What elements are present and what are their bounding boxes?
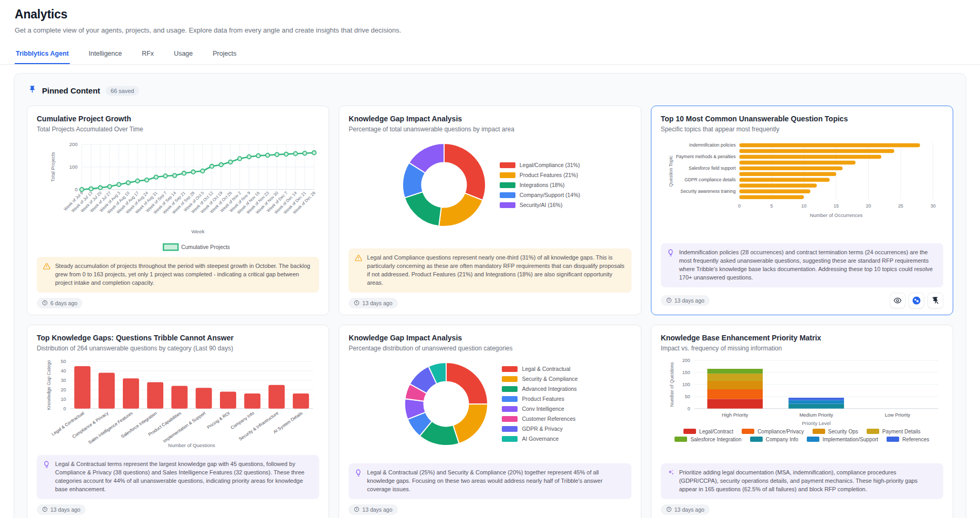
legend-swatch — [867, 429, 879, 434]
svg-text:20: 20 — [866, 203, 871, 209]
card-title: Top Knowledge Gaps: Questions Tribble Ca… — [37, 334, 319, 342]
legend-item: References — [887, 437, 929, 442]
card-top-knowledge-gaps[interactable]: Top Knowledge Gaps: Questions Tribble Ca… — [27, 325, 329, 518]
svg-text:0: 0 — [738, 203, 741, 209]
page-header: Analytics Get a complete view of your ag… — [0, 0, 980, 34]
tab-intelligence[interactable]: Intelligence — [88, 46, 123, 64]
card-cumulative-project-growth[interactable]: Cumulative Project Growth Total Projects… — [27, 106, 329, 315]
eye-icon — [893, 296, 902, 305]
svg-text:25: 25 — [898, 203, 903, 209]
legend-item: Integrations (18%) — [500, 182, 581, 188]
legend-label: Security Ops — [828, 429, 858, 434]
insight-box: Legal and Compliance questions represent… — [349, 248, 631, 293]
lightbulb-icon — [43, 461, 50, 494]
svg-text:Cumulative Projects: Cumulative Projects — [181, 244, 230, 250]
legend-swatch — [807, 437, 819, 442]
timestamp-badge: 13 days ago — [349, 298, 397, 308]
svg-text:Indemnification policies: Indemnification policies — [689, 142, 736, 148]
legend-label: Security/AI (16%) — [520, 202, 563, 208]
legend-item: Legal/Contract — [683, 429, 733, 434]
tab-tribblytics-agent[interactable]: Tribblytics Agent — [15, 46, 70, 64]
stacked-bar-chart-svg: 050100150200High PriorityMedium Priority… — [661, 356, 943, 428]
svg-text:20: 20 — [61, 387, 66, 392]
svg-text:40: 40 — [61, 368, 66, 374]
card-footer: 13 days ago — [661, 504, 943, 515]
card-footer: 13 days ago — [349, 298, 631, 308]
svg-text:0: 0 — [75, 187, 77, 192]
sparkles-icon — [667, 469, 675, 494]
legend-label: Product Features — [522, 396, 564, 402]
timestamp-text: 13 days ago — [362, 300, 392, 306]
insight-text: Prioritize adding legal documentation (M… — [679, 469, 937, 494]
svg-text:Low Priority: Low Priority — [884, 412, 910, 417]
insight-box: Prioritize adding legal documentation (M… — [661, 463, 943, 499]
svg-text:Security & Infrastructure: Security & Infrastructure — [238, 410, 279, 442]
svg-text:0: 0 — [687, 406, 690, 411]
tab-projects[interactable]: Projects — [212, 46, 237, 64]
svg-text:Salesforce field support: Salesforce field support — [689, 165, 736, 171]
card-knowledge-gap-impact-1[interactable]: Knowledge Gap Impact Analysis Percentage… — [339, 106, 641, 315]
lightbulb-icon — [355, 469, 362, 494]
legend-item: Customer References — [502, 416, 577, 422]
svg-text:Week: Week — [191, 229, 204, 234]
legend-swatch — [502, 406, 518, 412]
timestamp-text: 6 days ago — [50, 300, 77, 306]
svg-text:0: 0 — [64, 406, 66, 411]
legend-item: Product Features — [502, 396, 577, 402]
insight-box: Indemnification policies (28 occurrences… — [661, 243, 943, 287]
legend-swatch — [502, 426, 518, 432]
legend-label: Integrations (18%) — [520, 182, 565, 188]
card-title: Knowledge Gap Impact Analysis — [349, 334, 631, 342]
insight-box: Steady accumulation of projects througho… — [37, 257, 319, 293]
timestamp-badge: 13 days ago — [661, 295, 710, 306]
legend-item: GDPR & Privacy — [502, 426, 577, 432]
card-footer: 13 days ago — [37, 504, 319, 515]
legend-label: Advanced Integrations — [522, 386, 577, 392]
card-footer: 13 days ago — [661, 293, 943, 308]
card-priority-matrix[interactable]: Knowledge Base Enhancement Priority Matr… — [651, 325, 953, 518]
legend-swatch — [742, 429, 754, 434]
tab-bar: Tribblytics Agent Intelligence RFx Usage… — [0, 46, 980, 65]
card-top-10-unanswerable-topics[interactable]: Top 10 Most Common Unanswerable Question… — [651, 106, 953, 315]
card-title: Knowledge Base Enhancement Priority Matr… — [661, 334, 943, 342]
legend-swatch — [500, 162, 515, 168]
donut-legend: Legal/Compliance (31%)Product Features (… — [500, 162, 581, 208]
donut-chart-svg — [400, 141, 488, 229]
svg-text:GDPR compliance details: GDPR compliance details — [684, 177, 736, 182]
clock-icon — [666, 297, 672, 303]
legend-label: Legal/Compliance (31%) — [520, 162, 580, 168]
legend-label: Compliance/Privacy — [757, 429, 804, 434]
svg-text:Implementation & Support: Implementation & Support — [162, 410, 206, 444]
timestamp-badge: 13 days ago — [37, 504, 86, 515]
legend-item: Conv Intelligence — [502, 406, 577, 412]
unpin-icon — [931, 296, 940, 305]
legend-item: Legal/Compliance (31%) — [500, 162, 581, 168]
card-subtitle: Total Projects Accumulated Over Time — [37, 126, 319, 133]
clock-icon — [354, 506, 360, 512]
insight-text: Indemnification policies (28 occurrences… — [679, 248, 937, 282]
tab-usage[interactable]: Usage — [173, 46, 194, 64]
unpin-button[interactable] — [928, 293, 943, 308]
line-chart: 0100200Week of Jul 6Week of Jul 13Week o… — [37, 137, 319, 257]
svg-text:High Priority: High Priority — [722, 412, 749, 417]
card-knowledge-gap-impact-2[interactable]: Knowledge Gap Impact Analysis Percentage… — [339, 325, 641, 518]
page-subtitle: Get a complete view of your agents, proj… — [15, 26, 965, 34]
explore-button[interactable] — [909, 293, 924, 308]
legend-label: Company Info — [766, 437, 798, 442]
bar-chart-svg: 01020304050Legal & ContractualCompliance… — [37, 356, 319, 455]
donut-chart: Legal & ContractualSecurity & Compliance… — [349, 356, 631, 452]
clock-icon — [42, 506, 48, 512]
card-subtitle: Distribution of 264 unanswerable questio… — [37, 345, 319, 352]
stacked-bar-chart: 050100150200High PriorityMedium Priority… — [661, 356, 943, 442]
insight-box: Legal & Contractual (25%) and Security &… — [349, 463, 631, 499]
legend-swatch — [500, 192, 515, 198]
legend-item: Compliance/Privacy — [742, 429, 804, 434]
svg-text:150: 150 — [682, 370, 690, 375]
view-button[interactable] — [890, 293, 905, 308]
svg-text:10: 10 — [61, 397, 66, 402]
legend-item: Advanced Integrations — [502, 386, 577, 392]
tab-rfx[interactable]: RFx — [141, 46, 155, 64]
svg-text:Pricing & ROI: Pricing & ROI — [206, 410, 230, 430]
insight-text: Legal & Contractual (25%) and Security &… — [367, 469, 625, 494]
legend-label: Product Features (21%) — [520, 172, 578, 178]
